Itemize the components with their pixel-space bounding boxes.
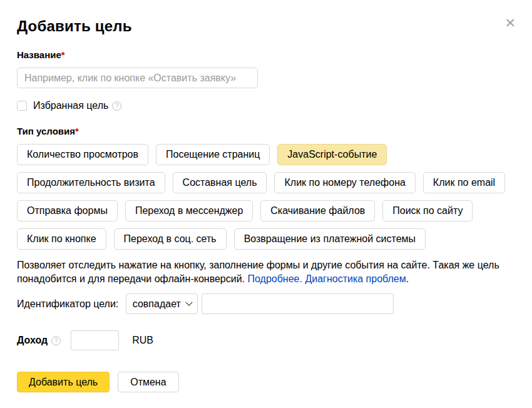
chip-button-click[interactable]: Клик по кнопке: [17, 228, 106, 250]
condition-type-label-text: Тип условия: [17, 126, 75, 136]
revenue-row: Доход ? RUB: [17, 330, 517, 350]
match-operator-value: совпадает: [133, 298, 181, 310]
chip-messenger-click[interactable]: Переход в мессенджер: [125, 200, 253, 222]
required-asterisk: *: [75, 126, 79, 136]
revenue-help-icon[interactable]: ?: [51, 336, 61, 345]
dialog-title: Добавить цель: [17, 18, 517, 35]
goal-type-row-4: Клик по кнопке Переход в соц. сеть Возвр…: [17, 228, 517, 250]
chevron-down-icon: [185, 298, 192, 305]
name-label-text: Название: [17, 49, 61, 60]
revenue-label: Доход: [17, 335, 48, 346]
favorite-goal-row: Избранная цель ?: [17, 100, 517, 111]
goal-id-row: Идентификатор цели: совпадает: [17, 293, 517, 314]
chip-pageviews-count[interactable]: Количество просмотров: [17, 144, 148, 165]
goal-type-row-3: Отправка формы Переход в мессенджер Скач…: [17, 200, 517, 222]
add-goal-button[interactable]: Добавить цель: [17, 372, 110, 392]
add-goal-dialog: Добавить цель ✕ Название* Избранная цель…: [0, 0, 532, 408]
trailing-period: .: [406, 273, 409, 284]
cancel-button[interactable]: Отмена: [118, 372, 178, 392]
goal-type-row-1: Количество просмотров Посещение страниц …: [17, 144, 517, 165]
chip-composite-goal[interactable]: Составная цель: [173, 172, 267, 193]
condition-type-label: Тип условия*: [17, 126, 517, 136]
chip-social-network[interactable]: Переход в соц. сеть: [114, 228, 227, 250]
goal-type-row-2: Продолжительность визита Составная цель …: [17, 172, 517, 193]
chip-site-search[interactable]: Поиск по сайту: [382, 200, 473, 222]
favorite-goal-label: Избранная цель: [33, 100, 108, 111]
goal-id-input[interactable]: [202, 293, 394, 314]
required-asterisk: *: [61, 49, 65, 60]
chip-visit-duration[interactable]: Продолжительность визита: [17, 172, 165, 193]
currency-label: RUB: [132, 335, 153, 346]
dialog-footer: Добавить цель Отмена: [17, 372, 517, 392]
favorite-goal-checkbox[interactable]: [17, 101, 27, 111]
diagnostics-link[interactable]: Диагностика проблем: [305, 273, 406, 284]
goal-id-label: Идентификатор цели:: [17, 298, 118, 310]
goal-type-description: Позволяет отследить нажатие на кнопку, з…: [17, 258, 529, 286]
revenue-input[interactable]: [71, 330, 119, 350]
more-link[interactable]: Подробнее.: [248, 273, 302, 284]
name-field-label: Название*: [17, 49, 517, 60]
close-icon[interactable]: ✕: [504, 16, 516, 29]
favorite-help-icon[interactable]: ?: [112, 101, 121, 111]
chip-javascript-event[interactable]: JavaScript-событие: [277, 144, 387, 165]
chip-payment-system-return[interactable]: Возвращение из платежной системы: [234, 228, 426, 250]
chip-email-click[interactable]: Клик по email: [423, 172, 505, 193]
chip-phone-number-click[interactable]: Клик по номеру телефона: [274, 172, 415, 193]
chip-form-submit[interactable]: Отправка формы: [17, 200, 118, 222]
chip-file-download[interactable]: Скачивание файлов: [260, 200, 375, 222]
goal-name-input[interactable]: [17, 68, 258, 88]
match-operator-select[interactable]: совпадает: [126, 293, 198, 314]
chip-page-visit[interactable]: Посещение страниц: [156, 144, 270, 165]
